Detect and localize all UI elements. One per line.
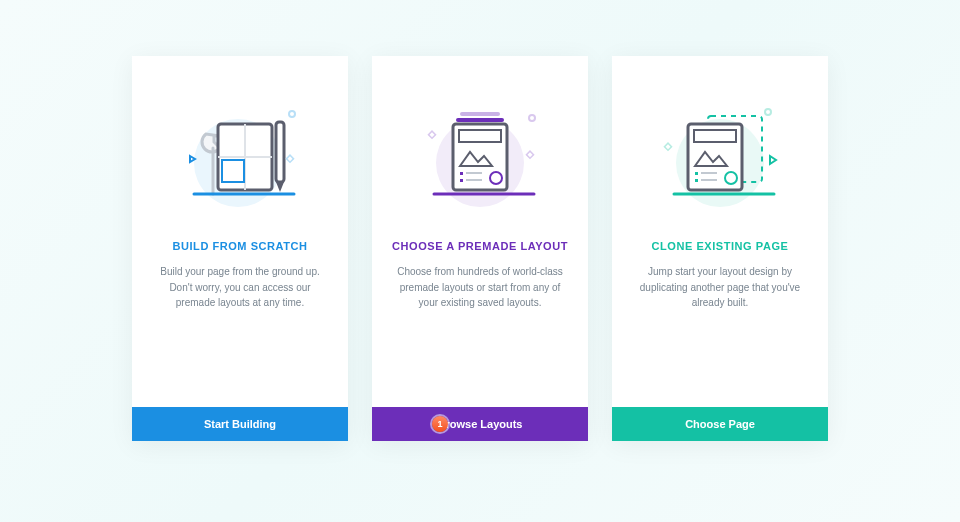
svg-rect-31 bbox=[695, 179, 698, 182]
start-building-button[interactable]: Start Building bbox=[132, 407, 348, 441]
card-body: Choose from hundreds of world-class prem… bbox=[372, 252, 588, 311]
svg-point-22 bbox=[529, 115, 535, 121]
svg-rect-18 bbox=[460, 179, 463, 182]
card-build-from-scratch: BUILD FROM SCRATCH Build your page from … bbox=[132, 56, 348, 441]
svg-rect-23 bbox=[526, 151, 533, 158]
card-title: BUILD FROM SCRATCH bbox=[173, 240, 308, 252]
card-choose-premade-layout: CHOOSE A PREMADE LAYOUT Choose from hund… bbox=[372, 56, 588, 441]
clone-illustration-icon bbox=[612, 56, 828, 226]
svg-rect-12 bbox=[456, 118, 504, 122]
card-body: Jump start your layout design by duplica… bbox=[612, 252, 828, 311]
svg-rect-29 bbox=[695, 172, 698, 175]
premade-illustration-icon bbox=[372, 56, 588, 226]
svg-rect-21 bbox=[428, 131, 435, 138]
cta-label: Browse Layouts bbox=[438, 418, 523, 430]
choose-page-button[interactable]: Choose Page bbox=[612, 407, 828, 441]
cta-label: Start Building bbox=[204, 418, 276, 430]
svg-rect-16 bbox=[460, 172, 463, 175]
card-body: Build your page from the ground up. Don'… bbox=[132, 252, 348, 311]
card-clone-existing-page: CLONE EXISTING PAGE Jump start your layo… bbox=[612, 56, 828, 441]
step-badge: 1 bbox=[432, 416, 448, 432]
svg-rect-35 bbox=[664, 143, 671, 150]
svg-rect-11 bbox=[460, 112, 500, 116]
card-title: CHOOSE A PREMADE LAYOUT bbox=[392, 240, 568, 252]
option-cards: BUILD FROM SCRATCH Build your page from … bbox=[132, 56, 828, 441]
browse-layouts-button[interactable]: 1 Browse Layouts bbox=[372, 407, 588, 441]
scratch-illustration-icon bbox=[132, 56, 348, 226]
svg-point-8 bbox=[289, 111, 295, 117]
svg-point-34 bbox=[765, 109, 771, 115]
svg-rect-9 bbox=[286, 155, 293, 162]
cta-label: Choose Page bbox=[685, 418, 755, 430]
card-title: CLONE EXISTING PAGE bbox=[652, 240, 789, 252]
svg-rect-6 bbox=[276, 122, 284, 182]
